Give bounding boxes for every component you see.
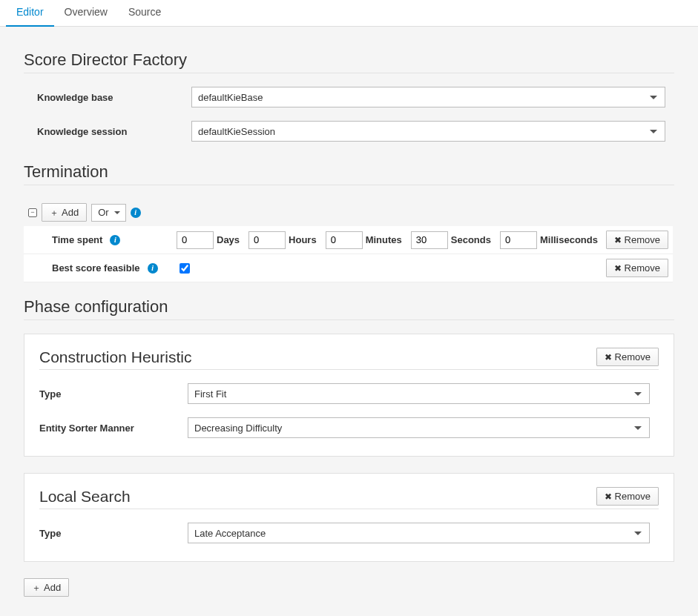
ls-title: Local Search — [39, 488, 596, 506]
construction-heuristic-panel: Construction Heuristic ✖ Remove Type Fir… — [24, 334, 674, 457]
add-termination-button[interactable]: ＋ Add — [42, 203, 87, 222]
phase-config-title: Phase configuration — [24, 297, 674, 317]
close-icon: ✖ — [614, 264, 622, 273]
hours-unit: Hours — [289, 234, 317, 245]
termination-composition-value: Or — [98, 207, 108, 218]
time-spent-label: Time spent — [52, 234, 102, 245]
info-icon[interactable]: i — [148, 263, 158, 274]
seconds-input[interactable] — [411, 231, 448, 249]
tab-source[interactable]: Source — [118, 0, 171, 27]
ch-title: Construction Heuristic — [39, 348, 596, 366]
info-icon[interactable]: i — [131, 208, 141, 218]
days-input[interactable] — [177, 231, 214, 249]
divider — [39, 509, 659, 509]
knowledge-base-row: Knowledge base defaultKieBase — [24, 87, 674, 107]
termination-container: − ＋ Add Or i Time spent i Days Hours Min… — [24, 199, 674, 282]
info-icon[interactable]: i — [110, 235, 120, 245]
time-spent-row: Time spent i Days Hours Minutes Seconds … — [24, 226, 673, 254]
time-spent-inputs: Days Hours Minutes Seconds Milliseconds — [177, 231, 606, 249]
ch-type-label: Type — [39, 388, 188, 400]
knowledge-base-label: Knowledge base — [37, 92, 191, 103]
remove-ls-button[interactable]: ✖ Remove — [596, 487, 659, 506]
ch-type-value: First Fit — [194, 388, 226, 400]
close-icon: ✖ — [605, 353, 612, 362]
milliseconds-input[interactable] — [500, 231, 537, 249]
remove-label: Remove — [615, 491, 651, 502]
divider — [39, 369, 659, 370]
hours-input[interactable] — [248, 231, 286, 249]
best-score-checkbox[interactable] — [180, 263, 190, 274]
ls-header: Local Search ✖ Remove — [39, 487, 659, 506]
knowledge-session-row: Knowledge session defaultKieSession — [24, 121, 674, 142]
ch-type-row: Type First Fit — [39, 383, 659, 404]
remove-ch-button[interactable]: ✖ Remove — [596, 348, 659, 366]
remove-time-spent-button[interactable]: ✖ Remove — [606, 231, 668, 249]
tab-editor[interactable]: Editor — [6, 0, 54, 27]
ch-sorter-value: Decreasing Difficulty — [194, 423, 282, 434]
remove-label: Remove — [615, 351, 651, 362]
knowledge-session-value: defaultKieSession — [198, 126, 275, 137]
ls-type-label: Type — [39, 528, 188, 539]
knowledge-base-select[interactable]: defaultKieBase — [191, 87, 665, 107]
best-score-label-wrap: Best score feasible i — [52, 262, 177, 274]
score-director-title: Score Director Factory — [24, 50, 674, 70]
remove-label: Remove — [625, 234, 660, 245]
termination-composition-select[interactable]: Or — [91, 204, 125, 222]
remove-label: Remove — [625, 262, 660, 274]
ls-type-row: Type Late Acceptance — [39, 523, 659, 543]
close-icon: ✖ — [614, 236, 622, 245]
ch-sorter-row: Entity Sorter Manner Decreasing Difficul… — [39, 417, 659, 438]
add-phase-label: Add — [44, 582, 61, 593]
plus-icon: ＋ — [50, 208, 59, 217]
divider — [24, 185, 674, 185]
divider — [24, 319, 674, 320]
days-unit: Days — [217, 234, 240, 245]
ls-type-value: Late Acceptance — [194, 528, 266, 539]
divider — [24, 73, 674, 73]
close-icon: ✖ — [605, 492, 612, 501]
ch-sorter-label: Entity Sorter Manner — [39, 423, 188, 434]
best-score-label: Best score feasible — [52, 262, 140, 274]
tab-overview[interactable]: Overview — [54, 0, 118, 27]
local-search-panel: Local Search ✖ Remove Type Late Acceptan… — [24, 473, 674, 562]
best-score-row: Best score feasible i ✖ Remove — [24, 254, 673, 282]
minutes-unit: Minutes — [366, 234, 402, 245]
knowledge-base-value: defaultKieBase — [198, 92, 263, 103]
termination-title: Termination — [24, 162, 674, 182]
time-spent-label-wrap: Time spent i — [52, 234, 177, 245]
tab-bar: Editor Overview Source — [0, 0, 698, 27]
termination-header: − ＋ Add Or i — [24, 199, 673, 226]
minutes-input[interactable] — [326, 231, 363, 249]
knowledge-session-select[interactable]: defaultKieSession — [191, 121, 665, 142]
editor-content: Score Director Factory Knowledge base de… — [0, 27, 698, 616]
ch-header: Construction Heuristic ✖ Remove — [39, 348, 659, 366]
seconds-unit: Seconds — [451, 234, 491, 245]
ch-type-select[interactable]: First Fit — [188, 383, 650, 404]
add-termination-label: Add — [62, 207, 79, 218]
milliseconds-unit: Milliseconds — [540, 234, 598, 245]
collapse-icon[interactable]: − — [28, 208, 37, 217]
remove-best-score-button[interactable]: ✖ Remove — [606, 259, 668, 277]
ch-sorter-select[interactable]: Decreasing Difficulty — [188, 417, 650, 438]
ls-type-select[interactable]: Late Acceptance — [188, 523, 650, 543]
plus-icon: ＋ — [32, 583, 41, 592]
knowledge-session-label: Knowledge session — [37, 126, 191, 137]
best-score-control — [177, 261, 606, 276]
add-phase-button[interactable]: ＋ Add — [24, 578, 69, 597]
